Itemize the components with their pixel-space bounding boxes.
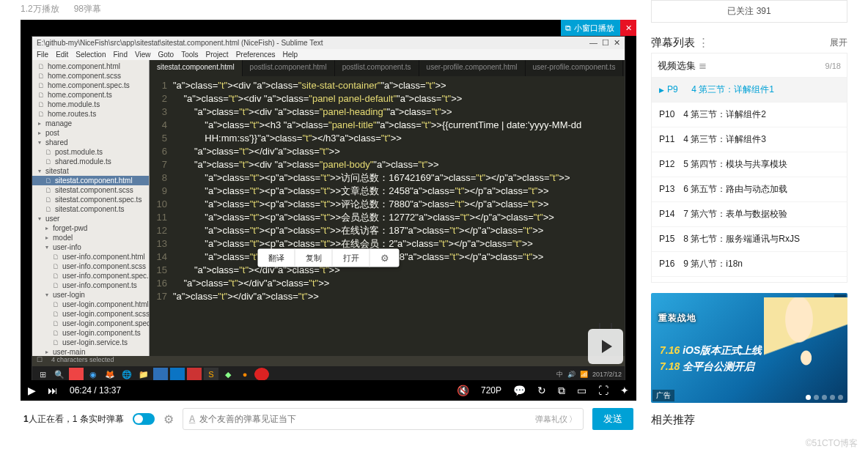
fullscreen-icon[interactable]: ⛶ (598, 385, 608, 396)
menu-preferences[interactable]: Preferences (236, 51, 276, 59)
follow-status[interactable]: 已关注 391 (651, 0, 847, 23)
loop-icon[interactable]: ↻ (537, 385, 546, 396)
play-icon[interactable]: ▶ (28, 385, 36, 396)
folder-sitestat[interactable]: sitestat (32, 166, 149, 176)
playlist-item-P17[interactable]: P17 20170513上海源创会-Angular核心新特性-... (652, 276, 847, 282)
menu-view[interactable]: View (135, 51, 151, 59)
playlist-item-P9[interactable]: P9 4 第三节：详解组件1 (652, 77, 847, 102)
menu-help[interactable]: Help (283, 51, 298, 59)
open-button[interactable]: 打开 (333, 249, 370, 267)
settings-icon[interactable]: ✦ (620, 385, 629, 396)
file-user-login.component.spec.ts[interactable]: user-login.component.spec.ts (32, 319, 149, 328)
file-user-login.service.ts[interactable]: user-login.service.ts (32, 338, 149, 347)
danmaku-list-header[interactable]: 弹幕列表 ⋮ 展开 (651, 33, 847, 53)
menu-project[interactable]: Project (206, 51, 229, 59)
ad-banner[interactable]: ✕ 重装战地 7.16 iOS版本正式上线 7.18 全平台公测开启 广告 (651, 293, 847, 403)
file-user-info.component.ts[interactable]: user-info.component.ts (32, 281, 149, 290)
danmaku-toggle-icon[interactable]: 💬 (513, 385, 526, 396)
file-sitestat.component.scss[interactable]: sitestat.component.scss (32, 185, 149, 195)
next-icon[interactable]: ⏭ (48, 385, 58, 396)
danmaku-count: 98弹幕 (74, 3, 101, 15)
big-play-button[interactable] (588, 329, 623, 364)
tab-user-profile.component.html[interactable]: user-profile.component.html (419, 60, 526, 76)
video-player[interactable]: ⧉ 小窗口播放 ✕ E:\github-my\NiceFish\src\app\… (21, 20, 636, 401)
menu-selection[interactable]: Selection (76, 51, 106, 59)
file-user-login.component.ts[interactable]: user-login.component.ts (32, 328, 149, 338)
folder-forget-pwd[interactable]: forget-pwd (32, 223, 149, 233)
file-shared.module.ts[interactable]: shared.module.ts (32, 157, 149, 166)
watermark: ©51CTO博客 (806, 437, 858, 450)
send-button[interactable]: 发送 (592, 408, 633, 430)
system-tray[interactable]: 中🔊📶2017/2/12 (556, 370, 622, 379)
search-icon[interactable]: 🔍 (52, 368, 67, 381)
font-style-icon[interactable]: A (189, 414, 196, 424)
file-user-login.component.scss[interactable]: user-login.component.scss (32, 309, 149, 319)
list-mode-icon[interactable]: ≣ (699, 60, 707, 71)
folder-user-login[interactable]: user-login (32, 290, 149, 300)
file-home.routes.ts[interactable]: home.routes.ts (32, 109, 149, 119)
menu-bar[interactable]: FileEditSelectionFindViewGotoToolsProjec… (32, 49, 625, 60)
copy-button[interactable]: 复制 (295, 249, 333, 267)
file-sitestat.component.ts[interactable]: sitestat.component.ts (32, 204, 149, 214)
folder-user[interactable]: user (32, 214, 149, 223)
code-editor[interactable]: 1234567891011121314151617 "a">class="t">… (150, 76, 625, 382)
translate-button[interactable]: 翻译 (258, 249, 295, 267)
danmaku-settings-icon[interactable]: ⚙ (163, 412, 174, 426)
file-home.module.ts[interactable]: home.module.ts (32, 100, 149, 109)
menu-tools[interactable]: Tools (181, 51, 198, 59)
menu-find[interactable]: Find (114, 51, 128, 59)
playlist-item-P12[interactable]: P12 5 第四节：模块与共享模块 (652, 152, 847, 177)
file-home.component.ts[interactable]: home.component.ts (32, 90, 149, 100)
tab-postlist.component.html[interactable]: postlist.component.html (243, 60, 335, 76)
file-explorer[interactable]: home.component.htmlhome.component.scssho… (32, 60, 150, 382)
folder-shared[interactable]: shared (32, 138, 149, 147)
viewers-info: 1人正在看，1 条实时弹幕 (23, 413, 124, 426)
file-user-info.component.spec.ts[interactable]: user-info.component.spec.ts (32, 271, 149, 281)
editor-tabs[interactable]: sitestat.component.htmlpostlist.componen… (150, 60, 625, 76)
playlist-item-P11[interactable]: P11 4 第三节：详解组件3 (652, 127, 847, 152)
file-sitestat.component.spec.ts[interactable]: sitestat.component.spec.ts (32, 195, 149, 204)
quality-label[interactable]: 720P (481, 385, 501, 396)
context-popup[interactable]: 翻译 复制 打开 ⚙ (258, 249, 400, 267)
ad-pager[interactable] (806, 395, 843, 400)
ad-label: 广告 (652, 390, 674, 401)
close-icon[interactable]: ✕ (620, 20, 636, 36)
file-user-info.component.scss[interactable]: user-info.component.scss (32, 261, 149, 271)
start-icon[interactable]: ⊞ (35, 368, 50, 381)
tab-postlist.component.ts[interactable]: postlist.component.ts (335, 60, 419, 76)
file-user-info.component.html[interactable]: user-info.component.html (32, 252, 149, 261)
tab-user-info.component.ts[interactable]: user-info.component.ts (623, 60, 625, 76)
danmaku-input-wrap[interactable]: A 弹幕礼仪 〉 (183, 408, 584, 430)
pip-icon[interactable]: ⧉ (558, 385, 565, 397)
file-home.component.scss[interactable]: home.component.scss (32, 71, 149, 81)
folder-user-info[interactable]: user-info (32, 242, 149, 252)
folder-post[interactable]: post (32, 128, 149, 138)
mute-icon[interactable]: 🔇 (457, 385, 469, 396)
playlist-item-P10[interactable]: P10 4 第三节：详解组件2 (652, 102, 847, 127)
playlist-item-P15[interactable]: P15 8 第七节：服务端通讯与RxJS (652, 226, 847, 251)
menu-file[interactable]: File (37, 51, 48, 59)
playlist-item-P13[interactable]: P13 6 第五节：路由与动态加载 (652, 177, 847, 201)
folder-manage[interactable]: manage (32, 119, 149, 128)
wide-icon[interactable]: ▭ (577, 385, 586, 396)
tab-sitestat.component.html[interactable]: sitestat.component.html (150, 60, 243, 76)
tab-user-profile.component.ts[interactable]: user-profile.component.ts (526, 60, 624, 76)
folder-model[interactable]: model (32, 233, 149, 242)
file-home.component.spec.ts[interactable]: home.component.spec.ts (32, 81, 149, 90)
danmaku-input[interactable] (199, 414, 531, 424)
menu-goto[interactable]: Goto (158, 51, 174, 59)
file-sitestat.component.html[interactable]: sitestat.component.html (32, 176, 149, 185)
file-home.component.html[interactable]: home.component.html (32, 62, 149, 71)
window-titlebar: E:\github-my\NiceFish\src\app\sitestat\s… (32, 37, 625, 49)
file-post.module.ts[interactable]: post.module.ts (32, 147, 149, 157)
playlist-item-P14[interactable]: P14 7 第六节：表单与数据校验 (652, 201, 847, 226)
expand-button[interactable]: 展开 (830, 37, 847, 49)
danmaku-etiquette[interactable]: 弹幕礼仪 〉 (535, 414, 577, 425)
mini-window-icon: ⧉ (565, 23, 571, 33)
danmaku-switch[interactable] (133, 413, 155, 425)
mini-window-button[interactable]: ⧉ 小窗口播放 ✕ (561, 20, 636, 36)
file-user-login.component.html[interactable]: user-login.component.html (32, 300, 149, 309)
menu-edit[interactable]: Edit (56, 51, 68, 59)
playlist-item-P16[interactable]: P16 9 第八节：i18n (652, 251, 847, 276)
gear-icon[interactable]: ⚙ (370, 249, 400, 267)
